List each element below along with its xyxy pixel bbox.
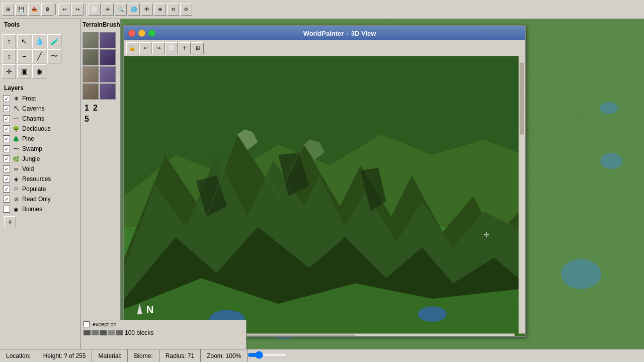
layer-chasms-checkbox[interactable] bbox=[3, 115, 10, 122]
tool-minus[interactable]: − bbox=[17, 49, 31, 63]
terrain-block-2[interactable] bbox=[83, 49, 99, 65]
3d-btn-grid[interactable]: ⊞ bbox=[192, 42, 204, 54]
toolbar-btn-refresh[interactable]: ⟳ bbox=[180, 4, 192, 16]
layer-resources-checkbox[interactable] bbox=[3, 175, 10, 183]
layer-pine-checkbox[interactable] bbox=[3, 135, 10, 142]
toolbar-btn-select[interactable]: ⬜ bbox=[89, 4, 101, 16]
tool-target[interactable]: ◉ bbox=[32, 64, 46, 78]
layer-caverns-label: Caverns bbox=[22, 105, 45, 112]
layer-populate-icon: ⚐ bbox=[12, 185, 20, 193]
layer-pine-label: Pine bbox=[22, 135, 34, 142]
terrain-brush-panel: Terrain Brush 1 2 5 bbox=[80, 19, 121, 349]
terrain-block-1[interactable] bbox=[83, 32, 99, 48]
tool-rect[interactable]: ▣ bbox=[17, 64, 31, 78]
layer-biomes-checkbox[interactable] bbox=[3, 206, 10, 213]
layer-chasms[interactable]: 〰 Chasms bbox=[0, 114, 80, 124]
terrain-block-4[interactable] bbox=[83, 83, 99, 100]
3d-btn-center[interactable]: ✛ bbox=[179, 42, 191, 54]
except-on-checkbox[interactable] bbox=[84, 321, 90, 327]
tool-move[interactable]: ↕ bbox=[2, 49, 16, 63]
biome-label: Biome: bbox=[134, 352, 152, 359]
layer-populate[interactable]: ⚐ Populate bbox=[0, 184, 80, 194]
toolbar-btn-dim[interactable]: 🌐 bbox=[128, 4, 140, 16]
main-toolbar: ⊞ 💾 📤 ⚙ ↩ ↪ ⬜ ✛ 🔍 🌐 👁 ⊕ ⟲ ⟳ bbox=[0, 0, 644, 19]
layer-biomes-icon: ◉ bbox=[12, 205, 20, 213]
sub-panel-row-1: except on bbox=[80, 320, 246, 328]
brush-block-3[interactable] bbox=[100, 66, 116, 82]
tool-droplet[interactable]: 💧 bbox=[32, 34, 46, 48]
tool-arrow-upleft[interactable]: ↖ bbox=[17, 34, 31, 48]
layer-frost-checkbox[interactable] bbox=[3, 95, 10, 102]
toolbar-btn-move[interactable]: ✛ bbox=[102, 4, 114, 16]
layer-jungle-checkbox[interactable] bbox=[3, 155, 10, 162]
terrain-svg: ✛ N bbox=[124, 56, 525, 336]
3d-view-content[interactable]: ✛ N bbox=[124, 56, 525, 336]
toolbar-btn-export[interactable]: 📤 bbox=[28, 4, 40, 16]
layer-readonly[interactable]: ⊘ Read Only bbox=[0, 194, 80, 204]
layer-swamp[interactable]: 〜 Swamp bbox=[0, 144, 80, 154]
add-layer-button[interactable]: + bbox=[4, 216, 16, 228]
sub-panel-row-2: 100 blocks bbox=[80, 328, 246, 337]
layer-readonly-label: Read Only bbox=[22, 196, 51, 203]
layer-populate-label: Populate bbox=[22, 186, 46, 193]
scale-block-4 bbox=[108, 330, 115, 335]
tool-arrow-up[interactable]: ↑ bbox=[2, 34, 16, 48]
tool-line[interactable]: ╱ bbox=[32, 49, 46, 63]
brush-block-4[interactable] bbox=[100, 83, 116, 100]
terrain-num-5-row: 5 bbox=[80, 115, 120, 124]
window-close-button[interactable] bbox=[128, 30, 135, 37]
window-minimize-button[interactable] bbox=[138, 30, 145, 37]
layer-void-checkbox[interactable] bbox=[3, 165, 10, 172]
tools-section: ↑ ↖ 💧 🧪 ↕ − ╱ 〜 ✛ ▣ ◉ bbox=[0, 30, 80, 80]
layer-pine[interactable]: 🌲 Pine bbox=[0, 134, 80, 144]
scale-block-5 bbox=[116, 330, 123, 335]
toolbar-btn-settings[interactable]: ⚙ bbox=[41, 4, 53, 16]
toolbar-btn-view[interactable]: 👁 bbox=[141, 4, 153, 16]
radius-value: Radius: 71 bbox=[166, 352, 194, 359]
3d-btn-back[interactable]: ↩ bbox=[139, 42, 151, 54]
layer-biomes[interactable]: ◉ Biomes bbox=[0, 204, 80, 214]
layer-swamp-checkbox[interactable] bbox=[3, 145, 10, 152]
zoom-slider[interactable] bbox=[248, 351, 288, 359]
toolbar-btn-undo[interactable]: ↩ bbox=[58, 4, 70, 16]
brush-block-2[interactable] bbox=[100, 49, 116, 65]
toolbar-btn-zoom[interactable]: 🔍 bbox=[115, 4, 127, 16]
3d-btn-lock[interactable]: 🔒 bbox=[126, 42, 138, 54]
zoom-value: Zoom: 100% bbox=[207, 352, 241, 359]
tool-wave[interactable]: 〜 bbox=[47, 49, 61, 63]
toolbar-btn-redo[interactable]: ↪ bbox=[71, 4, 84, 16]
3d-btn-forward[interactable]: ↪ bbox=[152, 42, 165, 54]
terrain-block-3[interactable] bbox=[83, 66, 99, 82]
toolbar-btn-render[interactable]: ⟲ bbox=[167, 4, 179, 16]
sub-panel: except on 100 blocks bbox=[80, 320, 247, 349]
layer-frost[interactable]: ❄ Frost bbox=[0, 94, 80, 104]
layer-caverns-checkbox[interactable] bbox=[3, 105, 10, 112]
layer-deciduous-checkbox[interactable] bbox=[3, 125, 10, 132]
layer-frost-icon: ❄ bbox=[12, 95, 20, 103]
svg-point-10 bbox=[600, 153, 622, 169]
layer-populate-checkbox[interactable] bbox=[3, 186, 10, 193]
terrain-numbers: 1 2 bbox=[80, 102, 120, 115]
brush-block-1[interactable] bbox=[100, 32, 116, 48]
tools-grid: ↑ ↖ 💧 🧪 ↕ − ╱ 〜 ✛ ▣ ◉ bbox=[2, 34, 78, 78]
3d-btn-fullscreen[interactable]: ⬜ bbox=[166, 42, 178, 54]
terrain-num-2: 2 bbox=[93, 104, 98, 113]
tool-cross[interactable]: ✛ bbox=[2, 64, 16, 78]
layer-resources-icon: ◈ bbox=[12, 175, 20, 183]
except-on-label: except on bbox=[93, 321, 117, 327]
window-toolbar: 🔒 ↩ ↪ ⬜ ✛ ⊞ bbox=[124, 40, 525, 56]
layer-resources[interactable]: ◈ Resources bbox=[0, 174, 80, 184]
brush-title: Brush bbox=[103, 21, 120, 28]
layer-void[interactable]: ∞ Void bbox=[0, 164, 80, 174]
layer-deciduous[interactable]: 🌳 Deciduous bbox=[0, 124, 80, 134]
window-maximize-button[interactable] bbox=[148, 30, 155, 37]
tool-droplet2[interactable]: 🧪 bbox=[47, 34, 61, 48]
layer-caverns[interactable]: ⛏ Caverns bbox=[0, 104, 80, 114]
status-biome: Biome: bbox=[128, 349, 159, 362]
toolbar-btn-grid[interactable]: ⊞ bbox=[2, 4, 14, 16]
layer-readonly-checkbox[interactable] bbox=[3, 196, 10, 203]
layer-jungle[interactable]: 🌿 Jungle bbox=[0, 154, 80, 164]
toolbar-btn-save[interactable]: 💾 bbox=[15, 4, 27, 16]
layer-jungle-icon: 🌿 bbox=[12, 155, 20, 163]
toolbar-btn-ref[interactable]: ⊕ bbox=[154, 4, 166, 16]
